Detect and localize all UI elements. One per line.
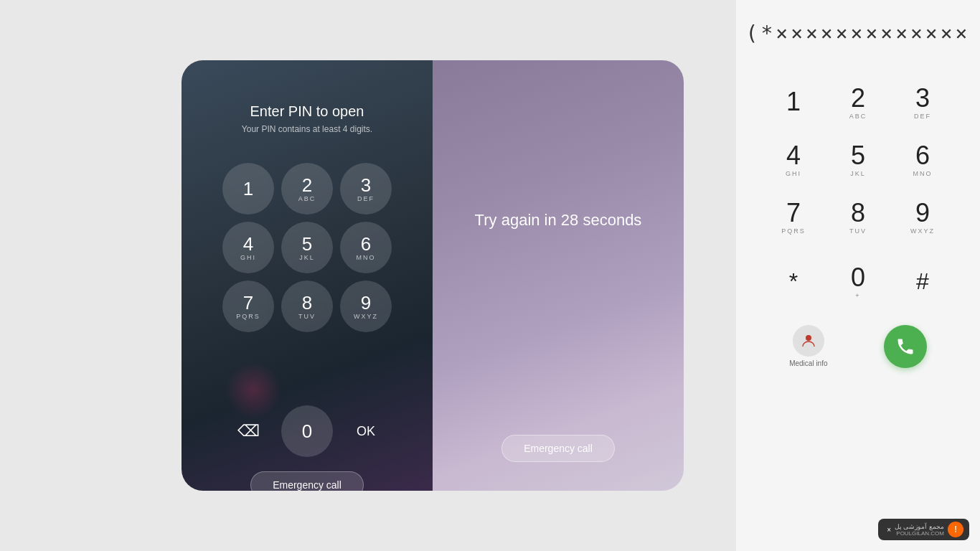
phone-right: Try again in 28 seconds Emergency call	[433, 60, 684, 491]
key-1[interactable]: 1	[222, 163, 274, 215]
samsung-key-2[interactable]: 2 ABC	[826, 74, 890, 131]
samsung-key-7[interactable]: 7 PQRS	[761, 189, 826, 246]
watermark: × مجمع آموزشی پل POULGILAN.COM !	[878, 519, 969, 540]
svg-point-0	[806, 335, 811, 341]
medical-info-button[interactable]: Medical info	[789, 325, 827, 368]
keypad-left: 1 2 ABC 3 DEF 4 GHI 5 JKL	[222, 163, 392, 391]
call-button[interactable]	[884, 325, 927, 368]
samsung-key-0[interactable]: 0 +	[826, 253, 890, 311]
key-7[interactable]: 7 PQRS	[222, 281, 274, 332]
samsung-key-6[interactable]: 6 MNO	[890, 131, 955, 189]
emergency-call-button-left[interactable]: Emergency call	[250, 471, 364, 491]
key-9[interactable]: 9 WXYZ	[340, 281, 392, 332]
watermark-text: مجمع آموزشی پل	[895, 523, 944, 530]
try-again-text: Try again in 28 seconds	[475, 211, 642, 230]
samsung-key-8[interactable]: 8 TUV	[826, 189, 890, 246]
key-0[interactable]: 0	[281, 405, 333, 457]
samsung-key-3[interactable]: 3 DEF	[890, 74, 955, 131]
pin-title: Enter PIN to open	[250, 103, 364, 120]
phone-icon	[895, 336, 915, 357]
key-3[interactable]: 3 DEF	[340, 163, 392, 215]
medical-icon	[793, 325, 824, 357]
watermark-icon: !	[948, 522, 963, 537]
samsung-key-5[interactable]: 5 JKL	[826, 131, 890, 189]
key-4[interactable]: 4 GHI	[222, 222, 274, 273]
close-watermark-button[interactable]: ×	[887, 526, 891, 534]
key-2[interactable]: 2 ABC	[281, 163, 333, 215]
samsung-key-star[interactable]: *	[761, 253, 826, 311]
samsung-key-9[interactable]: 9 WXYZ	[890, 189, 955, 246]
phone-left: Enter PIN to open Your PIN contains at l…	[182, 60, 433, 491]
pin-subtitle: Your PIN contains at least 4 digits.	[242, 124, 372, 134]
right-panel: (*××××××××××××× 1 2 ABC 3 DEF 4 GHI 5 JK…	[736, 0, 980, 551]
key-8[interactable]: 8 TUV	[281, 281, 333, 332]
ok-button[interactable]: OK	[340, 405, 392, 457]
phone-area: Enter PIN to open Your PIN contains at l…	[182, 60, 798, 491]
samsung-key-4[interactable]: 4 GHI	[761, 131, 826, 189]
samsung-keypad: 1 2 ABC 3 DEF 4 GHI 5 JKL 6 MNO	[761, 74, 955, 246]
key-6[interactable]: 6 MNO	[340, 222, 392, 273]
samsung-key-hash[interactable]: #	[890, 253, 955, 311]
watermark-url: POULGILAN.COM	[896, 530, 944, 537]
medical-info-label: Medical info	[789, 359, 827, 368]
samsung-action-row: Medical info	[761, 325, 955, 368]
key-5[interactable]: 5 JKL	[281, 222, 333, 273]
bottom-row-left: ⌫ 0 OK	[222, 405, 392, 457]
samsung-bottom-row: * 0 + #	[761, 253, 955, 311]
delete-button[interactable]: ⌫	[222, 405, 274, 457]
main-container: Enter PIN to open Your PIN contains at l…	[0, 0, 980, 551]
emergency-call-button-right[interactable]: Emergency call	[501, 435, 615, 462]
pin-display: (*×××××××××××××	[746, 22, 971, 45]
samsung-key-1[interactable]: 1	[761, 74, 826, 131]
